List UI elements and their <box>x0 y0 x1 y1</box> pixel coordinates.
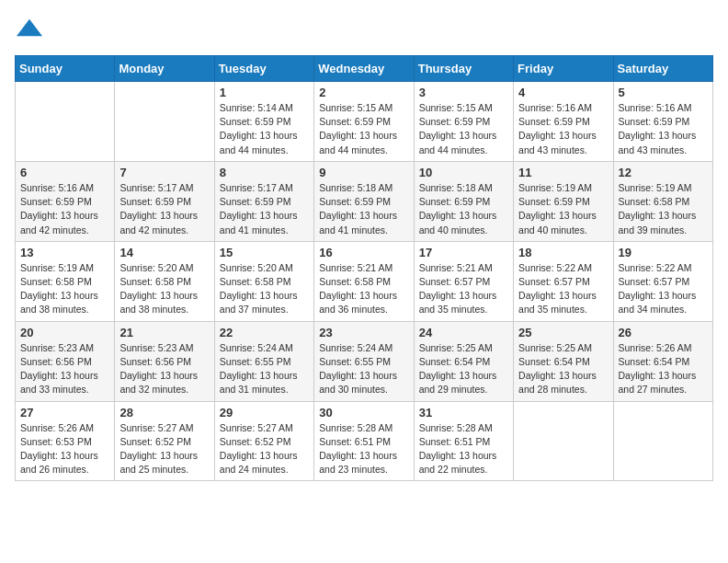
calendar-day-cell: 10Sunrise: 5:18 AMSunset: 6:59 PMDayligh… <box>414 161 513 241</box>
day-info: Sunrise: 5:15 AMSunset: 6:59 PMDaylight:… <box>319 101 408 157</box>
day-number: 12 <box>619 166 708 179</box>
day-number: 10 <box>419 166 508 179</box>
page-header <box>15 15 713 44</box>
day-info: Sunrise: 5:21 AMSunset: 6:58 PMDaylight:… <box>319 261 408 317</box>
day-info: Sunrise: 5:25 AMSunset: 6:54 PMDaylight:… <box>419 341 508 397</box>
day-info: Sunrise: 5:14 AMSunset: 6:59 PMDaylight:… <box>220 101 309 157</box>
calendar-day-cell: 12Sunrise: 5:19 AMSunset: 6:58 PMDayligh… <box>613 161 712 241</box>
svg-marker-0 <box>17 19 42 37</box>
day-number: 15 <box>220 246 309 259</box>
day-number: 31 <box>419 406 508 419</box>
calendar-day-cell: 15Sunrise: 5:20 AMSunset: 6:58 PMDayligh… <box>214 241 313 321</box>
day-number: 9 <box>319 166 408 179</box>
calendar-day-cell <box>613 401 712 481</box>
day-info: Sunrise: 5:23 AMSunset: 6:56 PMDaylight:… <box>20 341 109 397</box>
calendar-day-cell: 27Sunrise: 5:26 AMSunset: 6:53 PMDayligh… <box>16 401 115 481</box>
day-info: Sunrise: 5:22 AMSunset: 6:57 PMDaylight:… <box>619 261 708 317</box>
day-of-week-header: Wednesday <box>314 56 414 82</box>
day-info: Sunrise: 5:26 AMSunset: 6:53 PMDaylight:… <box>20 421 109 477</box>
day-number: 11 <box>518 166 608 179</box>
day-number: 20 <box>20 326 109 339</box>
calendar-day-cell: 14Sunrise: 5:20 AMSunset: 6:58 PMDayligh… <box>115 241 214 321</box>
calendar-week-row: 13Sunrise: 5:19 AMSunset: 6:58 PMDayligh… <box>16 241 713 321</box>
day-info: Sunrise: 5:17 AMSunset: 6:59 PMDaylight:… <box>220 181 309 237</box>
calendar-week-row: 1Sunrise: 5:14 AMSunset: 6:59 PMDaylight… <box>16 82 713 162</box>
day-info: Sunrise: 5:27 AMSunset: 6:52 PMDaylight:… <box>119 421 209 477</box>
day-info: Sunrise: 5:15 AMSunset: 6:59 PMDaylight:… <box>419 101 508 157</box>
calendar-day-cell: 19Sunrise: 5:22 AMSunset: 6:57 PMDayligh… <box>613 241 712 321</box>
day-number: 1 <box>220 86 309 99</box>
calendar-day-cell <box>115 82 214 162</box>
day-number: 26 <box>619 326 708 339</box>
logo-icon <box>17 15 42 40</box>
calendar-day-cell: 24Sunrise: 5:25 AMSunset: 6:54 PMDayligh… <box>414 321 513 401</box>
calendar-day-cell: 8Sunrise: 5:17 AMSunset: 6:59 PMDaylight… <box>214 161 313 241</box>
day-info: Sunrise: 5:16 AMSunset: 6:59 PMDaylight:… <box>20 181 109 237</box>
day-info: Sunrise: 5:25 AMSunset: 6:54 PMDaylight:… <box>518 341 608 397</box>
calendar-day-cell: 5Sunrise: 5:16 AMSunset: 6:59 PMDaylight… <box>613 82 712 162</box>
calendar-day-cell: 4Sunrise: 5:16 AMSunset: 6:59 PMDaylight… <box>514 82 613 162</box>
day-info: Sunrise: 5:24 AMSunset: 6:55 PMDaylight:… <box>319 341 408 397</box>
day-number: 27 <box>20 406 109 419</box>
day-number: 17 <box>419 246 508 259</box>
calendar-day-cell: 2Sunrise: 5:15 AMSunset: 6:59 PMDaylight… <box>314 82 414 162</box>
day-info: Sunrise: 5:18 AMSunset: 6:59 PMDaylight:… <box>419 181 508 237</box>
day-number: 24 <box>419 326 508 339</box>
calendar-week-row: 6Sunrise: 5:16 AMSunset: 6:59 PMDaylight… <box>16 161 713 241</box>
calendar-day-cell: 3Sunrise: 5:15 AMSunset: 6:59 PMDaylight… <box>414 82 513 162</box>
day-info: Sunrise: 5:16 AMSunset: 6:59 PMDaylight:… <box>518 101 608 157</box>
calendar-day-cell: 18Sunrise: 5:22 AMSunset: 6:57 PMDayligh… <box>514 241 613 321</box>
calendar-day-cell: 29Sunrise: 5:27 AMSunset: 6:52 PMDayligh… <box>214 401 313 481</box>
day-info: Sunrise: 5:28 AMSunset: 6:51 PMDaylight:… <box>319 421 408 477</box>
calendar-day-cell: 20Sunrise: 5:23 AMSunset: 6:56 PMDayligh… <box>16 321 115 401</box>
calendar-day-cell <box>514 401 613 481</box>
day-info: Sunrise: 5:21 AMSunset: 6:57 PMDaylight:… <box>419 261 508 317</box>
day-number: 14 <box>119 246 209 259</box>
day-info: Sunrise: 5:22 AMSunset: 6:57 PMDaylight:… <box>518 261 608 317</box>
day-info: Sunrise: 5:20 AMSunset: 6:58 PMDaylight:… <box>119 261 209 317</box>
calendar-day-cell: 17Sunrise: 5:21 AMSunset: 6:57 PMDayligh… <box>414 241 513 321</box>
day-info: Sunrise: 5:18 AMSunset: 6:59 PMDaylight:… <box>319 181 408 237</box>
day-info: Sunrise: 5:23 AMSunset: 6:56 PMDaylight:… <box>119 341 209 397</box>
calendar-day-cell: 31Sunrise: 5:28 AMSunset: 6:51 PMDayligh… <box>414 401 513 481</box>
day-number: 7 <box>119 166 209 179</box>
day-number: 23 <box>319 326 408 339</box>
calendar-day-cell <box>16 82 115 162</box>
day-number: 8 <box>220 166 309 179</box>
day-number: 28 <box>119 406 209 419</box>
calendar-week-row: 27Sunrise: 5:26 AMSunset: 6:53 PMDayligh… <box>16 401 713 481</box>
calendar-day-cell: 13Sunrise: 5:19 AMSunset: 6:58 PMDayligh… <box>16 241 115 321</box>
logo <box>15 15 42 44</box>
calendar-day-cell: 22Sunrise: 5:24 AMSunset: 6:55 PMDayligh… <box>214 321 313 401</box>
day-number: 22 <box>220 326 309 339</box>
calendar-day-cell: 26Sunrise: 5:26 AMSunset: 6:54 PMDayligh… <box>613 321 712 401</box>
calendar-day-cell: 1Sunrise: 5:14 AMSunset: 6:59 PMDaylight… <box>214 82 313 162</box>
day-number: 13 <box>20 246 109 259</box>
calendar-day-cell: 6Sunrise: 5:16 AMSunset: 6:59 PMDaylight… <box>16 161 115 241</box>
day-info: Sunrise: 5:24 AMSunset: 6:55 PMDaylight:… <box>220 341 309 397</box>
day-number: 30 <box>319 406 408 419</box>
calendar-day-cell: 11Sunrise: 5:19 AMSunset: 6:59 PMDayligh… <box>514 161 613 241</box>
day-number: 29 <box>220 406 309 419</box>
day-info: Sunrise: 5:19 AMSunset: 6:58 PMDaylight:… <box>20 261 109 317</box>
day-info: Sunrise: 5:16 AMSunset: 6:59 PMDaylight:… <box>619 101 708 157</box>
day-info: Sunrise: 5:20 AMSunset: 6:58 PMDaylight:… <box>220 261 309 317</box>
calendar-day-cell: 23Sunrise: 5:24 AMSunset: 6:55 PMDayligh… <box>314 321 414 401</box>
days-of-week-row: SundayMondayTuesdayWednesdayThursdayFrid… <box>16 56 713 82</box>
day-info: Sunrise: 5:27 AMSunset: 6:52 PMDaylight:… <box>220 421 309 477</box>
day-info: Sunrise: 5:19 AMSunset: 6:59 PMDaylight:… <box>518 181 608 237</box>
day-info: Sunrise: 5:19 AMSunset: 6:58 PMDaylight:… <box>619 181 708 237</box>
day-number: 21 <box>119 326 209 339</box>
day-info: Sunrise: 5:28 AMSunset: 6:51 PMDaylight:… <box>419 421 508 477</box>
day-number: 4 <box>518 86 608 99</box>
day-number: 3 <box>419 86 508 99</box>
calendar-day-cell: 16Sunrise: 5:21 AMSunset: 6:58 PMDayligh… <box>314 241 414 321</box>
day-number: 16 <box>319 246 408 259</box>
calendar-table: SundayMondayTuesdayWednesdayThursdayFrid… <box>15 55 713 481</box>
day-info: Sunrise: 5:17 AMSunset: 6:59 PMDaylight:… <box>119 181 209 237</box>
day-of-week-header: Monday <box>115 56 214 82</box>
calendar-day-cell: 28Sunrise: 5:27 AMSunset: 6:52 PMDayligh… <box>115 401 214 481</box>
calendar-day-cell: 21Sunrise: 5:23 AMSunset: 6:56 PMDayligh… <box>115 321 214 401</box>
day-of-week-header: Sunday <box>16 56 115 82</box>
day-number: 5 <box>619 86 708 99</box>
